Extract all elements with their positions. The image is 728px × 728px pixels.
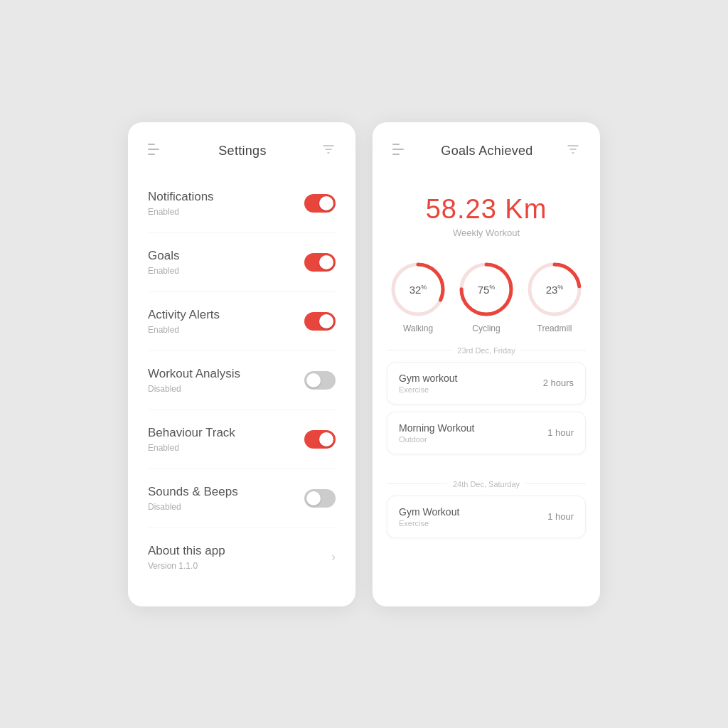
toggle-activity-alerts[interactable] (304, 312, 336, 331)
activity-info: Morning WorkoutOutdoor (399, 422, 474, 444)
goals-card: Goals Achieved 58.23 Km Weekly Workout 3… (373, 122, 600, 606)
ring-label: Cycling (472, 323, 500, 333)
setting-status: Disabled (148, 384, 240, 394)
setting-info: Workout AnalysisDisabled (148, 367, 240, 394)
activity-sub: Exercise (399, 385, 457, 394)
divider-hr-left (387, 483, 447, 484)
activity-sub: Exercise (399, 519, 459, 528)
activity-info: Gym workoutExercise (399, 373, 457, 394)
svg-rect-1 (148, 149, 159, 150)
toggle-notifications[interactable] (304, 194, 336, 213)
setting-status: Enabled (148, 207, 214, 217)
setting-item-sounds-&-beeps: Sounds & BeepsDisabled (148, 469, 336, 528)
setting-status: Enabled (148, 443, 235, 453)
toggle-workout-analysis[interactable] (304, 371, 336, 390)
setting-item-notifications: NotificationsEnabled (148, 174, 336, 233)
goals-hero: 58.23 Km Weekly Workout (373, 174, 600, 250)
main-container: Settings NotificationsEnabledGoalsEnable… (100, 94, 628, 635)
toggle-knob (306, 491, 321, 505)
goals-header: Goals Achieved (373, 122, 600, 174)
activity-card: Morning WorkoutOutdoor1 hour (387, 412, 586, 454)
setting-status: Version 1.1.0 (148, 561, 225, 571)
ring-svg-wrap: 23% (526, 261, 583, 318)
settings-filter-icon[interactable] (321, 142, 336, 160)
goals-weekly-label: Weekly Workout (392, 228, 580, 238)
svg-rect-2 (148, 154, 155, 155)
setting-item-behaviour-track: Behaviour TrackEnabled (148, 410, 336, 469)
activity-duration: 2 hours (543, 378, 574, 388)
ring-percent: 23% (546, 283, 564, 295)
activity-list: Gym workoutExercise2 hoursMorning Workou… (373, 359, 600, 473)
svg-rect-0 (148, 144, 155, 145)
svg-rect-7 (392, 149, 404, 150)
setting-item-workout-analysis: Workout AnalysisDisabled (148, 351, 336, 410)
toggle-knob (319, 314, 333, 328)
setting-name: Goals (148, 249, 179, 263)
ring-percent: 75% (478, 283, 496, 295)
activity-sub: Outdoor (399, 435, 474, 444)
activity-list: Gym WorkoutExercise1 hour (373, 493, 600, 557)
toggle-behaviour-track[interactable] (304, 430, 336, 449)
toggle-knob (319, 432, 333, 446)
ring-percent: 32% (410, 283, 427, 295)
activity-info: Gym WorkoutExercise (399, 506, 459, 528)
setting-info: Behaviour TrackEnabled (148, 426, 235, 453)
setting-item-goals: GoalsEnabled (148, 233, 336, 292)
ring-label: Walking (403, 323, 433, 333)
date-divider: 23rd Dec, Friday (373, 339, 600, 359)
activity-duration: 1 hour (547, 511, 574, 522)
ring-svg-wrap: 32% (390, 261, 446, 318)
divider-hr-left (387, 350, 451, 350)
setting-status: Disabled (148, 502, 238, 512)
setting-name: Behaviour Track (148, 426, 235, 440)
setting-info: About this appVersion 1.1.0 (148, 544, 225, 571)
ring-item-cycling: 75%Cycling (458, 261, 515, 333)
activity-name: Morning Workout (399, 422, 474, 434)
setting-info: Sounds & BeepsDisabled (148, 485, 238, 512)
svg-rect-6 (392, 144, 400, 145)
divider-date: 24th Dec, Saturday (453, 480, 520, 488)
setting-name: Workout Analysis (148, 367, 240, 381)
settings-card: Settings NotificationsEnabledGoalsEnable… (128, 122, 355, 606)
setting-name: Notifications (148, 190, 214, 204)
ring-item-walking: 32%Walking (390, 261, 446, 333)
divider-hr-right (521, 350, 586, 350)
setting-item-about-this-app: About this appVersion 1.1.0› (148, 528, 336, 587)
activity-name: Gym Workout (399, 506, 459, 518)
activity-duration: 1 hour (547, 427, 574, 438)
settings-header: Settings (128, 122, 355, 174)
setting-status: Enabled (148, 266, 179, 276)
setting-info: NotificationsEnabled (148, 190, 214, 217)
menu-icon[interactable] (148, 144, 164, 159)
setting-name: About this app (148, 544, 225, 558)
settings-list: NotificationsEnabledGoalsEnabledActivity… (128, 174, 355, 606)
ring-label: Treadmill (537, 323, 572, 333)
chevron-right-icon[interactable]: › (331, 550, 336, 564)
activity-card: Gym workoutExercise2 hours (387, 362, 586, 405)
toggle-goals[interactable] (304, 253, 336, 272)
divider-hr-right (525, 483, 586, 484)
toggle-knob (319, 255, 333, 269)
goals-filter-icon[interactable] (566, 142, 580, 160)
activity-name: Gym workout (399, 373, 457, 384)
date-divider: 24th Dec, Saturday (373, 473, 600, 493)
activity-sections: 23rd Dec, FridayGym workoutExercise2 hou… (373, 339, 600, 557)
toggle-sounds-&-beeps[interactable] (304, 489, 336, 508)
activity-card: Gym WorkoutExercise1 hour (387, 496, 586, 538)
goals-menu-icon[interactable] (392, 144, 408, 159)
setting-info: GoalsEnabled (148, 249, 179, 276)
setting-name: Activity Alerts (148, 308, 220, 322)
ring-item-treadmill: 23%Treadmill (526, 261, 583, 333)
ring-svg-wrap: 75% (458, 261, 515, 318)
divider-date: 23rd Dec, Friday (457, 346, 515, 355)
setting-item-activity-alerts: Activity AlertsEnabled (148, 292, 336, 351)
progress-rings: 32%Walking75%Cycling23%Treadmill (373, 250, 600, 339)
setting-info: Activity AlertsEnabled (148, 308, 220, 335)
toggle-knob (306, 373, 321, 387)
settings-title: Settings (218, 144, 266, 159)
toggle-knob (319, 196, 333, 210)
setting-status: Enabled (148, 325, 220, 335)
goals-title: Goals Achieved (441, 144, 532, 159)
svg-rect-8 (392, 154, 400, 155)
goals-km: 58.23 Km (392, 194, 580, 225)
